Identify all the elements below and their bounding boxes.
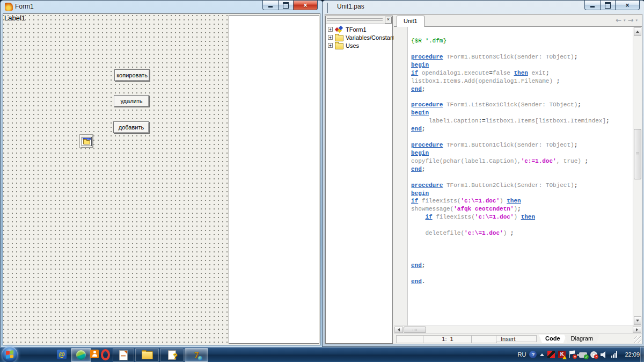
show-desktop-button[interactable]	[640, 347, 644, 362]
action-center-flag-icon[interactable]: ×	[569, 351, 576, 358]
form-designer-surface[interactable]: Label1 копировать удалить добавить	[3, 13, 320, 345]
status-cursor-position: 1: 1	[423, 335, 472, 343]
taskbar-mediaget[interactable]	[71, 348, 91, 362]
vertical-scrollbar[interactable]	[633, 27, 642, 325]
horizontal-scroll-thumb[interactable]	[404, 327, 426, 333]
copy-button[interactable]: копировать	[114, 69, 150, 81]
explorer-folder-icon	[142, 351, 153, 359]
kaspersky-warning-icon[interactable]: K	[558, 351, 566, 358]
delphi-app-icon	[5, 3, 13, 11]
code-window-client: × +TForm1+Variables/Constants+Uses Unit1…	[325, 14, 642, 344]
nav-arrows: ← ▾ → ▾	[616, 16, 638, 24]
back-dropdown-icon[interactable]: ▾	[624, 18, 626, 23]
explorer-header[interactable]: ×	[326, 16, 392, 24]
taskbar-help[interactable]	[160, 348, 184, 362]
scroll-left-icon[interactable]	[394, 327, 403, 333]
unit1-titlebar[interactable]: Unit1.pas ×	[323, 1, 644, 13]
tree-item-label: TForm1	[346, 26, 367, 33]
delete-button[interactable]: удалить	[114, 95, 149, 107]
back-icon[interactable]: ←	[616, 16, 621, 24]
disk-error-icon[interactable]: ×	[590, 351, 597, 358]
close-panel-icon[interactable]: ×	[385, 17, 392, 24]
horizontal-scrollbar[interactable]	[394, 325, 642, 334]
vertical-scroll-thumb[interactable]	[634, 129, 641, 179]
unit1-window: Unit1.pas × × +TForm1+Variables/Constant…	[322, 0, 644, 347]
tree-item-uses[interactable]: +Uses	[326, 41, 392, 49]
status-insert-mode: Insert	[496, 335, 537, 342]
network-icon[interactable]	[611, 351, 617, 358]
folder-icon	[335, 43, 343, 49]
close-button[interactable]: ×	[615, 1, 640, 10]
scroll-up-icon[interactable]	[634, 27, 641, 36]
taskbar-clock[interactable]: 22:09	[625, 351, 640, 358]
taskbar-odnoklassniki[interactable]	[90, 350, 99, 358]
taskbar-mailru-agent[interactable]: @	[57, 350, 67, 359]
maximize-button[interactable]	[279, 1, 293, 10]
system-tray: RU ? K × ✓ × 22:09	[518, 347, 640, 362]
form-icon	[335, 26, 343, 33]
tree-item-label: Uses	[346, 42, 359, 49]
listbox-control[interactable]	[229, 15, 319, 344]
resize-grip[interactable]	[634, 336, 641, 343]
taskbar-explorer[interactable]	[135, 348, 159, 362]
minimize-button[interactable]	[262, 1, 279, 10]
show-hidden-icons[interactable]	[540, 353, 544, 356]
view-tabs: Code Diagram	[539, 335, 597, 343]
tab-code[interactable]: Code	[539, 335, 567, 343]
expand-plus-icon[interactable]: +	[328, 35, 333, 40]
taskbar: @ 7 RU ? K ×	[0, 347, 644, 362]
taskbar-libreoffice[interactable]	[113, 348, 134, 362]
drag-grip[interactable]	[327, 20, 383, 21]
taskbar-delphi[interactable]: 7	[185, 348, 208, 362]
minimize-button[interactable]	[584, 1, 601, 10]
scroll-right-icon[interactable]	[633, 327, 641, 333]
editor-statusbar: 1: 1 Insert Code Diagram	[394, 334, 642, 344]
minimize-icon	[590, 6, 595, 8]
expand-plus-icon[interactable]: +	[328, 27, 333, 32]
libreoffice-icon	[119, 350, 128, 360]
tree-item-tform1[interactable]: +TForm1	[326, 25, 392, 33]
unit-file-icon	[327, 3, 335, 11]
delphi-icon: 7	[194, 350, 199, 360]
opendialog-icon	[82, 137, 92, 146]
form1-window: Form1 × Label1 копировать удалить добави…	[0, 0, 323, 347]
opendialog-component[interactable]	[79, 134, 93, 148]
usb-eject-icon[interactable]: ✓	[579, 352, 587, 358]
forward-icon[interactable]: →	[628, 16, 634, 24]
odnoklassniki-icon	[90, 350, 99, 358]
volume-icon[interactable]	[601, 351, 608, 358]
mailru-agent-icon: @	[57, 350, 67, 359]
language-indicator[interactable]: RU	[518, 351, 526, 358]
code-area[interactable]: {$R *.dfm} procedure TForm1.Button3Click…	[408, 27, 633, 325]
help-icon	[168, 350, 176, 360]
unit1-caption-buttons: ×	[584, 1, 640, 10]
taskbar-opera[interactable]	[101, 349, 110, 360]
opera-icon	[101, 349, 110, 360]
start-button[interactable]	[2, 346, 18, 362]
help-tray-icon[interactable]: ?	[529, 351, 537, 358]
tree-item-variables-constants[interactable]: +Variables/Constants	[326, 33, 392, 41]
maximize-icon	[283, 2, 289, 9]
tab-unit1[interactable]: Unit1	[397, 16, 425, 27]
forward-dropdown-icon[interactable]: ▾	[635, 18, 638, 23]
unit1-window-title: Unit1.pas	[337, 3, 364, 10]
maximize-button[interactable]	[601, 1, 615, 10]
scroll-down-icon[interactable]	[634, 316, 641, 325]
maximize-icon	[605, 2, 611, 9]
editor-gutter	[394, 27, 408, 325]
tree-item-label: Variables/Constants	[346, 34, 398, 41]
add-button[interactable]: добавить	[113, 121, 149, 133]
editor-tabbar: Unit1 ← ▾ → ▾	[394, 15, 642, 27]
label1-control[interactable]: Label1	[4, 14, 25, 22]
tab-diagram[interactable]: Diagram	[565, 335, 600, 343]
close-button[interactable]: ×	[293, 1, 318, 10]
form1-caption-buttons: ×	[262, 1, 318, 10]
form1-titlebar[interactable]: Form1 ×	[1, 1, 323, 13]
drag-grip[interactable]	[327, 18, 383, 19]
comodo-icon[interactable]	[547, 351, 555, 358]
close-icon: ×	[303, 2, 307, 9]
desktop: Form1 × Label1 копировать удалить добави…	[0, 0, 644, 362]
expand-plus-icon[interactable]: +	[328, 43, 333, 48]
close-icon: ×	[625, 2, 629, 9]
explorer-tree: +TForm1+Variables/Constants+Uses	[326, 24, 392, 49]
